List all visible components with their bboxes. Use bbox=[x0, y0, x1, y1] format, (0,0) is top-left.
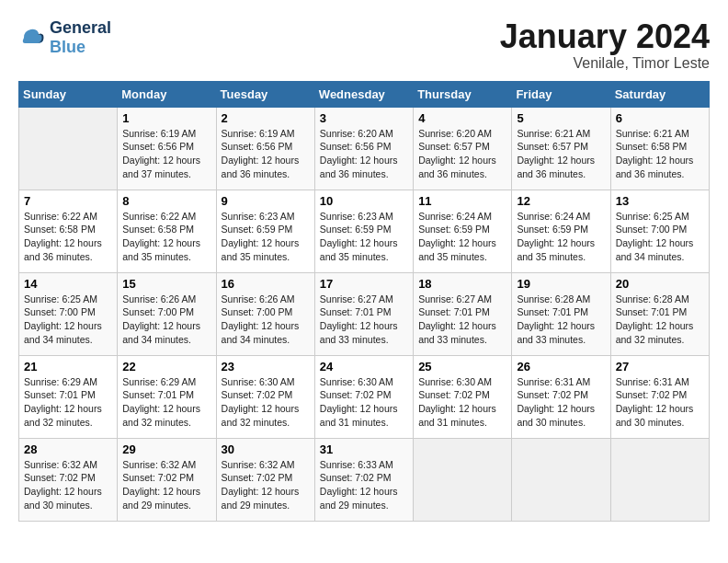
weekday-header: Tuesday bbox=[216, 81, 314, 107]
location-subtitle: Venilale, Timor Leste bbox=[500, 55, 710, 72]
day-info: Sunrise: 6:30 AM Sunset: 7:02 PM Dayligh… bbox=[320, 375, 408, 430]
weekday-header: Thursday bbox=[414, 81, 512, 107]
day-number: 29 bbox=[122, 442, 210, 456]
day-number: 20 bbox=[616, 277, 704, 291]
calendar-week-row: 7Sunrise: 6:22 AM Sunset: 6:58 PM Daylig… bbox=[19, 190, 710, 272]
day-number: 4 bbox=[418, 111, 506, 125]
day-number: 30 bbox=[222, 442, 310, 456]
day-number: 16 bbox=[222, 277, 310, 291]
day-number: 23 bbox=[222, 360, 310, 373]
day-number: 14 bbox=[24, 277, 112, 291]
calendar-cell: 26Sunrise: 6:31 AM Sunset: 7:02 PM Dayli… bbox=[512, 355, 610, 438]
calendar-cell: 8Sunrise: 6:22 AM Sunset: 6:58 PM Daylig… bbox=[118, 190, 216, 272]
calendar-cell: 1Sunrise: 6:19 AM Sunset: 6:56 PM Daylig… bbox=[118, 107, 216, 190]
page-header: General Blue January 2024 Venilale, Timo… bbox=[18, 18, 710, 72]
calendar-cell: 3Sunrise: 6:20 AM Sunset: 6:56 PM Daylig… bbox=[314, 107, 413, 190]
day-number: 27 bbox=[616, 360, 704, 373]
calendar-cell: 15Sunrise: 6:26 AM Sunset: 7:00 PM Dayli… bbox=[118, 272, 216, 355]
calendar-week-row: 28Sunrise: 6:32 AM Sunset: 7:02 PM Dayli… bbox=[19, 438, 710, 521]
calendar-cell: 7Sunrise: 6:22 AM Sunset: 6:58 PM Daylig… bbox=[19, 190, 118, 272]
calendar-table: SundayMondayTuesdayWednesdayThursdayFrid… bbox=[18, 81, 710, 522]
calendar-cell: 22Sunrise: 6:29 AM Sunset: 7:01 PM Dayli… bbox=[118, 355, 216, 438]
calendar-cell: 24Sunrise: 6:30 AM Sunset: 7:02 PM Dayli… bbox=[314, 355, 413, 438]
calendar-cell bbox=[414, 438, 512, 521]
day-info: Sunrise: 6:19 AM Sunset: 6:56 PM Dayligh… bbox=[222, 127, 310, 181]
day-info: Sunrise: 6:26 AM Sunset: 7:00 PM Dayligh… bbox=[222, 293, 310, 347]
calendar-cell: 10Sunrise: 6:23 AM Sunset: 6:59 PM Dayli… bbox=[314, 190, 413, 272]
day-number: 22 bbox=[122, 360, 210, 373]
day-number: 31 bbox=[320, 442, 408, 456]
day-number: 18 bbox=[418, 277, 506, 291]
day-info: Sunrise: 6:24 AM Sunset: 6:59 PM Dayligh… bbox=[418, 210, 506, 264]
day-number: 3 bbox=[320, 111, 408, 125]
calendar-cell: 25Sunrise: 6:30 AM Sunset: 7:02 PM Dayli… bbox=[414, 355, 512, 438]
weekday-header: Monday bbox=[118, 81, 216, 107]
day-info: Sunrise: 6:31 AM Sunset: 7:02 PM Dayligh… bbox=[517, 375, 605, 430]
title-block: January 2024 Venilale, Timor Leste bbox=[500, 18, 710, 72]
day-info: Sunrise: 6:23 AM Sunset: 6:59 PM Dayligh… bbox=[222, 210, 310, 264]
calendar-cell: 30Sunrise: 6:32 AM Sunset: 7:02 PM Dayli… bbox=[216, 438, 314, 521]
day-number: 5 bbox=[517, 111, 605, 125]
day-info: Sunrise: 6:32 AM Sunset: 7:02 PM Dayligh… bbox=[24, 458, 112, 512]
day-info: Sunrise: 6:22 AM Sunset: 6:58 PM Dayligh… bbox=[24, 210, 112, 264]
calendar-cell: 11Sunrise: 6:24 AM Sunset: 6:59 PM Dayli… bbox=[414, 190, 512, 272]
calendar-week-row: 21Sunrise: 6:29 AM Sunset: 7:01 PM Dayli… bbox=[19, 355, 710, 438]
day-number: 12 bbox=[517, 194, 605, 208]
day-info: Sunrise: 6:26 AM Sunset: 7:00 PM Dayligh… bbox=[122, 293, 210, 347]
calendar-cell: 27Sunrise: 6:31 AM Sunset: 7:02 PM Dayli… bbox=[610, 355, 709, 438]
day-info: Sunrise: 6:22 AM Sunset: 6:58 PM Dayligh… bbox=[122, 210, 210, 264]
day-info: Sunrise: 6:21 AM Sunset: 6:58 PM Dayligh… bbox=[616, 127, 704, 181]
weekday-header: Sunday bbox=[19, 81, 118, 107]
day-info: Sunrise: 6:33 AM Sunset: 7:02 PM Dayligh… bbox=[320, 458, 408, 512]
day-number: 6 bbox=[616, 111, 704, 125]
day-info: Sunrise: 6:31 AM Sunset: 7:02 PM Dayligh… bbox=[616, 375, 704, 430]
day-info: Sunrise: 6:28 AM Sunset: 7:01 PM Dayligh… bbox=[517, 293, 605, 347]
day-info: Sunrise: 6:20 AM Sunset: 6:57 PM Dayligh… bbox=[418, 127, 506, 181]
calendar-cell: 23Sunrise: 6:30 AM Sunset: 7:02 PM Dayli… bbox=[216, 355, 314, 438]
day-number: 19 bbox=[517, 277, 605, 291]
day-number: 17 bbox=[320, 277, 408, 291]
calendar-cell: 5Sunrise: 6:21 AM Sunset: 6:57 PM Daylig… bbox=[512, 107, 610, 190]
day-number: 21 bbox=[24, 360, 112, 373]
calendar-cell: 13Sunrise: 6:25 AM Sunset: 7:00 PM Dayli… bbox=[610, 190, 709, 272]
day-info: Sunrise: 6:23 AM Sunset: 6:59 PM Dayligh… bbox=[320, 210, 408, 264]
day-number: 1 bbox=[122, 111, 210, 125]
day-info: Sunrise: 6:21 AM Sunset: 6:57 PM Dayligh… bbox=[517, 127, 605, 181]
calendar-cell: 14Sunrise: 6:25 AM Sunset: 7:00 PM Dayli… bbox=[19, 272, 118, 355]
day-info: Sunrise: 6:25 AM Sunset: 7:00 PM Dayligh… bbox=[24, 293, 112, 347]
day-info: Sunrise: 6:32 AM Sunset: 7:02 PM Dayligh… bbox=[122, 458, 210, 512]
day-info: Sunrise: 6:19 AM Sunset: 6:56 PM Dayligh… bbox=[122, 127, 210, 181]
calendar-cell: 17Sunrise: 6:27 AM Sunset: 7:01 PM Dayli… bbox=[314, 272, 413, 355]
day-info: Sunrise: 6:25 AM Sunset: 7:00 PM Dayligh… bbox=[616, 210, 704, 264]
calendar-cell bbox=[512, 438, 610, 521]
calendar-cell: 12Sunrise: 6:24 AM Sunset: 6:59 PM Dayli… bbox=[512, 190, 610, 272]
day-info: Sunrise: 6:28 AM Sunset: 7:01 PM Dayligh… bbox=[616, 293, 704, 347]
day-number: 9 bbox=[222, 194, 310, 208]
calendar-week-row: 14Sunrise: 6:25 AM Sunset: 7:00 PM Dayli… bbox=[19, 272, 710, 355]
weekday-header: Wednesday bbox=[314, 81, 413, 107]
calendar-cell: 2Sunrise: 6:19 AM Sunset: 6:56 PM Daylig… bbox=[216, 107, 314, 190]
day-info: Sunrise: 6:32 AM Sunset: 7:02 PM Dayligh… bbox=[222, 458, 310, 512]
weekday-header-row: SundayMondayTuesdayWednesdayThursdayFrid… bbox=[19, 81, 710, 107]
day-number: 15 bbox=[122, 277, 210, 291]
calendar-cell: 19Sunrise: 6:28 AM Sunset: 7:01 PM Dayli… bbox=[512, 272, 610, 355]
calendar-cell: 16Sunrise: 6:26 AM Sunset: 7:00 PM Dayli… bbox=[216, 272, 314, 355]
day-number: 28 bbox=[24, 442, 112, 456]
day-number: 25 bbox=[418, 360, 506, 373]
day-number: 7 bbox=[24, 194, 112, 208]
day-info: Sunrise: 6:20 AM Sunset: 6:56 PM Dayligh… bbox=[320, 127, 408, 181]
day-info: Sunrise: 6:27 AM Sunset: 7:01 PM Dayligh… bbox=[320, 293, 408, 347]
calendar-cell: 6Sunrise: 6:21 AM Sunset: 6:58 PM Daylig… bbox=[610, 107, 709, 190]
day-info: Sunrise: 6:27 AM Sunset: 7:01 PM Dayligh… bbox=[418, 293, 506, 347]
calendar-cell: 29Sunrise: 6:32 AM Sunset: 7:02 PM Dayli… bbox=[118, 438, 216, 521]
calendar-cell: 28Sunrise: 6:32 AM Sunset: 7:02 PM Dayli… bbox=[19, 438, 118, 521]
calendar-cell: 21Sunrise: 6:29 AM Sunset: 7:01 PM Dayli… bbox=[19, 355, 118, 438]
calendar-week-row: 1Sunrise: 6:19 AM Sunset: 6:56 PM Daylig… bbox=[19, 107, 710, 190]
calendar-cell: 4Sunrise: 6:20 AM Sunset: 6:57 PM Daylig… bbox=[414, 107, 512, 190]
weekday-header: Saturday bbox=[610, 81, 709, 107]
logo-icon bbox=[18, 24, 46, 52]
logo: General Blue bbox=[18, 18, 111, 57]
day-info: Sunrise: 6:30 AM Sunset: 7:02 PM Dayligh… bbox=[418, 375, 506, 430]
calendar-cell: 20Sunrise: 6:28 AM Sunset: 7:01 PM Dayli… bbox=[610, 272, 709, 355]
calendar-cell: 31Sunrise: 6:33 AM Sunset: 7:02 PM Dayli… bbox=[314, 438, 413, 521]
